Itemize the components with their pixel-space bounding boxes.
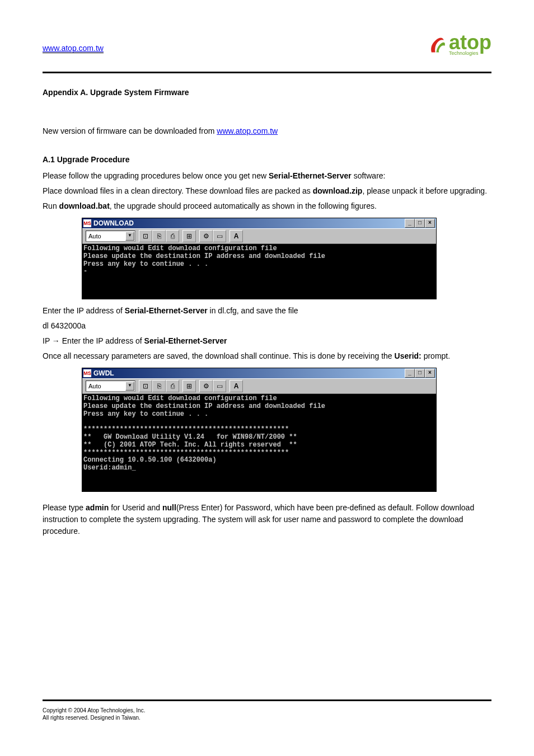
footer: Copyright © 2004 Atop Technologies, Inc.… bbox=[43, 707, 491, 721]
footer-copyright: Copyright © 2004 Atop Technologies, Inc. bbox=[43, 707, 491, 714]
bullet-1: Place download files in a clean director… bbox=[43, 185, 491, 197]
font-size-select[interactable]: Auto ▼ bbox=[86, 231, 135, 242]
fullscreen-button[interactable]: ⊞ bbox=[182, 230, 196, 242]
footer-rights: All rights reserved. Designed in Taiwan. bbox=[43, 714, 491, 721]
paste-button[interactable]: ⎙ bbox=[166, 230, 179, 242]
logo: atop Technologies bbox=[428, 34, 491, 56]
properties-button[interactable]: ⚙ bbox=[199, 230, 213, 242]
copy-button[interactable]: ⎘ bbox=[152, 230, 166, 242]
window-title-1: DOWNLOAD bbox=[93, 218, 134, 228]
download-link[interactable]: www.atop.com.tw bbox=[217, 126, 278, 135]
font-button[interactable]: A bbox=[229, 380, 243, 392]
copy-button[interactable]: ⎘ bbox=[152, 380, 166, 392]
close-button[interactable]: × bbox=[425, 369, 435, 378]
section-heading: A.1 Upgrade Procedure bbox=[43, 154, 491, 166]
mid-bullet-1: Enter the IP address of Serial-Ethernet-… bbox=[43, 305, 491, 317]
dropdown-icon: ▼ bbox=[125, 232, 134, 241]
msdos-icon: MS bbox=[83, 369, 91, 377]
msdos-icon: MS bbox=[83, 219, 91, 227]
maximize-button[interactable]: □ bbox=[415, 219, 425, 228]
dropdown-icon: ▼ bbox=[125, 382, 134, 391]
maximize-button[interactable]: □ bbox=[415, 369, 425, 378]
mid-line-2: IP → Enter the IP address of Serial-Ethe… bbox=[43, 335, 491, 347]
paste-button[interactable]: ⎙ bbox=[166, 380, 179, 392]
mark-button[interactable]: ⊡ bbox=[139, 230, 152, 242]
intro-paragraph: New version of firmware can be downloade… bbox=[43, 125, 491, 137]
post-bullet-1: Please type admin for Userid and null(Pr… bbox=[43, 502, 491, 537]
logo-icon bbox=[428, 35, 447, 54]
close-button[interactable]: × bbox=[425, 219, 435, 228]
background-button[interactable]: ▭ bbox=[213, 380, 226, 392]
font-size-select[interactable]: Auto ▼ bbox=[86, 381, 135, 392]
titlebar-2: MS GWDL _ □ × bbox=[82, 368, 436, 378]
minimize-button[interactable]: _ bbox=[405, 219, 415, 228]
p1: Please follow the upgrading procedures b… bbox=[43, 170, 491, 182]
properties-button[interactable]: ⚙ bbox=[199, 380, 213, 392]
header-home-link[interactable]: www.atop.com.tw bbox=[43, 44, 104, 53]
screenshot-gwdl-window: MS GWDL _ □ × Auto ▼ ⊡ bbox=[82, 368, 437, 492]
mid-line-3: Once all necessary parameters are saved,… bbox=[43, 350, 491, 362]
bullet-2: Run download.bat, the upgrade should pro… bbox=[43, 200, 491, 212]
font-button[interactable]: A bbox=[229, 230, 243, 242]
terminal-output-1: Following would Edit download configurat… bbox=[82, 244, 436, 299]
logo-subtext: Technologies bbox=[449, 50, 491, 56]
fullscreen-button[interactable]: ⊞ bbox=[182, 380, 196, 392]
mid-line-1: dl 6432000a bbox=[43, 320, 491, 332]
bottom-divider bbox=[43, 699, 491, 701]
top-divider bbox=[43, 72, 491, 73]
background-button[interactable]: ▭ bbox=[213, 230, 226, 242]
terminal-output-2: Following would Edit download configurat… bbox=[82, 394, 436, 491]
appendix-title: Appendix A. Upgrade System Firmware bbox=[43, 87, 491, 98]
toolbar-1: Auto ▼ ⊡ ⎘ ⎙ ⊞ ⚙ ▭ bbox=[82, 228, 436, 244]
screenshot-download-window: MS DOWNLOAD _ □ × Auto ▼ ⊡ bbox=[82, 218, 437, 299]
mark-button[interactable]: ⊡ bbox=[139, 380, 152, 392]
titlebar-1: MS DOWNLOAD _ □ × bbox=[82, 218, 436, 228]
window-title-2: GWDL bbox=[93, 368, 114, 378]
minimize-button[interactable]: _ bbox=[405, 369, 415, 378]
toolbar-2: Auto ▼ ⊡ ⎘ ⎙ ⊞ ⚙ ▭ bbox=[82, 378, 436, 394]
logo-text: atop bbox=[449, 34, 491, 51]
